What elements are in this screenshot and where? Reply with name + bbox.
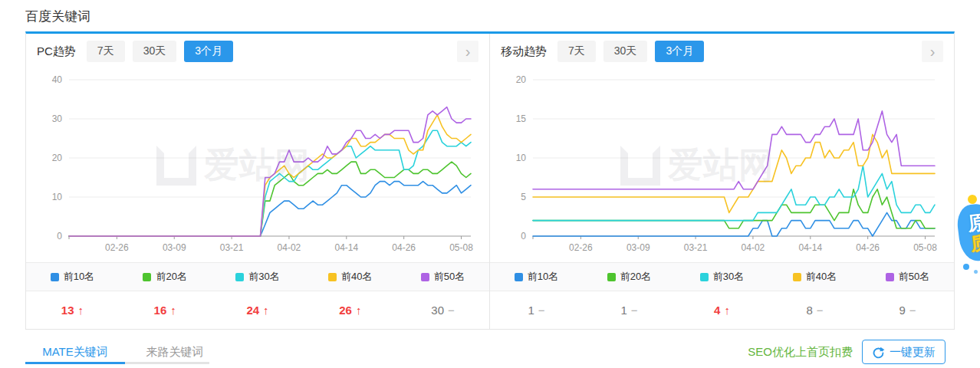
mobile-tab-30days[interactable]: 30天 [603,41,648,62]
one-click-update-button[interactable]: 一键更新 [862,340,945,364]
top50-color-swatch [421,273,429,281]
pc-legend-top10[interactable]: 前10名 [26,270,119,284]
refresh-icon [872,346,885,359]
sticker-dot [968,195,977,204]
svg-text:5: 5 [521,192,526,202]
trend-arrow-icon: ↑ [170,304,176,317]
trend-dash-icon: − [538,304,545,317]
top40-color-swatch [328,273,337,281]
mobile-legend-top50[interactable]: 前50名 [861,270,954,284]
trend-arrow-icon: ↑ [263,304,269,317]
pc-values-row: 13↑ 16↑ 24↑ 26↑ 30− [26,291,489,329]
promo-sticker[interactable]: 原 质 [955,193,980,276]
trend-dash-icon: − [448,304,455,317]
footer-tab-underline [25,362,209,364]
svg-text:05-08: 05-08 [913,242,937,253]
mobile-trend-section: 移动趋势 7天 30天 3个月 › 爱站网 0510152002-2603-09… [490,34,954,329]
pc-legend-top20[interactable]: 前20名 [119,270,212,284]
chevron-right-icon: › [465,43,471,61]
svg-text:03-21: 03-21 [684,242,708,253]
trend-dash-icon: − [631,304,638,317]
top50-color-swatch [886,273,894,281]
top20-color-swatch [143,273,151,281]
svg-text:15: 15 [516,113,527,124]
pc-legend-top50[interactable]: 前50名 [396,270,489,284]
chevron-right-icon: › [930,43,936,61]
pc-legend-row: 前10名 前20名 前30名 前40名 前50名 [26,262,489,291]
svg-text:02-26: 02-26 [105,242,129,253]
mobile-trend-header: 移动趋势 7天 30天 3个月 › [490,34,954,69]
mobile-top10-count: 1− [490,304,583,317]
svg-text:0: 0 [521,231,526,242]
trend-arrow-icon: ↑ [724,304,730,317]
svg-text:20: 20 [516,74,527,85]
svg-text:04-02: 04-02 [278,242,301,253]
top10-color-swatch [51,273,59,281]
mobile-next-button[interactable]: › [922,41,943,62]
svg-text:05-08: 05-08 [449,242,473,253]
mobile-top40-count: 8− [768,304,861,317]
seo-fee-note: SEO优化上首页扣费 [748,345,853,360]
pc-top40-count: 26↑ [304,304,396,317]
top30-color-swatch [700,273,709,281]
active-tab-indicator [25,362,125,364]
pc-trend-chart: 爱站网 01020304002-2603-0903-2104-0204-1404… [26,69,489,262]
pc-tab-3months[interactable]: 3个月 [184,41,233,62]
pc-line-chart-svg: 01020304002-2603-0903-2104-0204-1404-260… [26,69,483,262]
pc-tab-7days[interactable]: 7天 [87,41,125,62]
mobile-values-row: 1− 1− 4↑ 8− 9− [490,291,954,329]
mobile-legend-top40[interactable]: 前40名 [768,270,861,284]
top40-color-swatch [793,273,801,281]
svg-text:10: 10 [516,153,527,163]
svg-text:04-14: 04-14 [334,242,358,253]
mobile-legend-top20[interactable]: 前20名 [583,270,676,284]
top10-color-swatch [515,273,523,281]
pc-top20-count: 16↑ [119,304,212,317]
pc-next-button[interactable]: › [457,41,478,62]
svg-text:03-09: 03-09 [163,242,186,253]
svg-text:30: 30 [52,113,63,124]
svg-text:20: 20 [52,153,63,163]
page-title: 百度关键词 [25,8,90,25]
sticker-dot [963,264,969,270]
trend-dash-icon: − [817,304,824,317]
svg-text:40: 40 [52,74,63,85]
top30-color-swatch [235,273,244,281]
pc-top10-count: 13↑ [26,304,119,317]
tab-track [125,362,209,364]
mobile-tab-3months[interactable]: 3个月 [655,41,704,62]
svg-text:04-26: 04-26 [392,242,416,253]
top20-color-swatch [607,273,616,281]
mobile-trend-label: 移动趋势 [501,44,547,59]
svg-text:0: 0 [57,231,62,242]
pc-tab-30days[interactable]: 30天 [133,41,177,62]
svg-text:02-26: 02-26 [569,242,593,253]
mobile-top50-count: 9− [861,304,954,317]
mobile-legend-row: 前10名 前20名 前30名 前40名 前50名 [490,262,954,291]
mobile-legend-top30[interactable]: 前30名 [676,270,768,284]
mobile-trend-chart: 爱站网 0510152002-2603-0903-2104-0204-1404-… [490,69,954,262]
svg-text:04-02: 04-02 [742,242,765,253]
baidu-keyword-panel: PC趋势 7天 30天 3个月 › 爱站网 01020304002-2603-0… [25,31,955,330]
pc-top30-count: 24↑ [212,304,304,317]
pc-trend-header: PC趋势 7天 30天 3个月 › [26,34,489,69]
mobile-legend-top10[interactable]: 前10名 [490,270,583,284]
trend-arrow-icon: ↑ [77,304,84,317]
mobile-line-chart-svg: 0510152002-2603-0903-2104-0204-1404-2605… [490,69,947,262]
svg-text:10: 10 [52,192,63,202]
footer-actions: SEO优化上首页扣费 一键更新 [748,340,945,364]
pc-legend-top30[interactable]: 前30名 [212,270,304,284]
trend-arrow-icon: ↑ [356,304,362,317]
mobile-top30-count: 4↑ [676,304,768,317]
pc-trend-label: PC趋势 [37,44,76,59]
mobile-tab-7days[interactable]: 7天 [557,41,596,62]
pc-trend-section: PC趋势 7天 30天 3个月 › 爱站网 01020304002-2603-0… [26,34,490,329]
mobile-top20-count: 1− [583,304,676,317]
sticker-blob: 原 质 [955,202,980,263]
svg-text:03-09: 03-09 [626,242,650,253]
sticker-dot [974,270,978,274]
svg-text:04-26: 04-26 [856,242,880,253]
svg-text:04-14: 04-14 [798,242,822,253]
pc-legend-top40[interactable]: 前40名 [304,270,396,284]
svg-text:03-21: 03-21 [220,242,244,253]
